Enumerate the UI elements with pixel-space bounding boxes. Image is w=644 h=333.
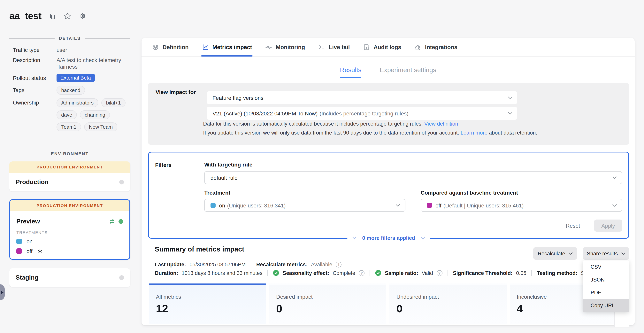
treatment-on-swatch — [16, 239, 22, 244]
treatment-value: on — [219, 202, 225, 208]
tab-definition[interactable]: Definition — [152, 38, 189, 56]
default-asterisk-icon — [38, 248, 43, 254]
production-env-banner: PRODUCTION ENVIRONMENT — [10, 200, 130, 211]
tab-metrics-impact[interactable]: Metrics impact — [202, 38, 252, 56]
version-info-text: Data for this version is automatically c… — [203, 121, 423, 127]
recalc-metrics-value: Available — [311, 262, 332, 267]
baseline-dropdown[interactable]: off (Default | Unique users: 315,461) — [421, 199, 622, 212]
subtab-experiment-settings[interactable]: Experiment settings — [380, 66, 436, 74]
production-env-banner: PRODUCTION ENVIRONMENT — [9, 162, 130, 173]
learn-more-link[interactable]: Learn more — [460, 130, 488, 136]
description-value: A/A test to check telemetry "fairness" — [56, 57, 132, 70]
env-card-staging[interactable]: Staging — [9, 268, 130, 287]
summary-heading: Summary of metrics impact — [155, 245, 244, 254]
recalculate-button[interactable]: Recalculate — [533, 247, 577, 260]
version-value: V21 (Active) (10/03/2022 04:59PM To Now) — [212, 110, 318, 116]
tag-chip[interactable]: backend — [56, 86, 85, 95]
chevron-down-icon — [421, 237, 425, 240]
help-icon[interactable]: ? — [436, 270, 442, 276]
impact-source-dropdown[interactable]: Feature flag versions — [206, 91, 517, 104]
tab-label: Metrics impact — [212, 44, 252, 50]
more-filters-label: 0 more filters applied — [362, 235, 415, 241]
sidebar-expand-handle[interactable] — [0, 284, 5, 300]
detail-row-traffic-type: Traffic type user — [9, 47, 132, 54]
metric-card-label: All metrics — [156, 294, 266, 300]
results-subtabs: Results Experiment settings — [142, 66, 635, 74]
duration-label: Duration: — [155, 270, 178, 276]
detail-row-tags: Tags backend — [9, 86, 132, 95]
baseline-note: (Default | Unique users: 315,461) — [444, 202, 524, 208]
duration-value: 1013 days 8 hours and 33 minutes — [182, 270, 262, 276]
env-name-staging: Staging — [16, 274, 38, 281]
menu-item-csv[interactable]: CSV — [583, 260, 629, 273]
tab-audit-logs[interactable]: Audit logs — [363, 38, 401, 56]
last-update-value: 05/30/2025 03:57:06PM — [190, 262, 246, 267]
swap-arrows-icon[interactable] — [109, 218, 115, 224]
star-icon[interactable] — [64, 12, 72, 20]
more-filters-toggle[interactable]: 0 more filters applied — [347, 234, 430, 242]
tab-integrations[interactable]: Integrations — [414, 38, 457, 56]
apply-button[interactable]: Apply — [594, 220, 622, 232]
metric-card-value: 0 — [276, 302, 386, 315]
status-dot-green — [118, 219, 123, 224]
treatment-off-label: off — [26, 248, 32, 254]
tab-bar: Definition Metrics impact Monitoring Liv… — [142, 38, 635, 56]
chevron-down-icon — [612, 204, 617, 207]
details-divider: DETAILS — [9, 36, 130, 40]
menu-item-json[interactable]: JSON — [583, 273, 629, 286]
version-dropdown[interactable]: V21 (Active) (10/03/2022 04:59PM To Now)… — [206, 107, 517, 120]
metric-card-label: Desired impact — [276, 294, 386, 300]
view-definition-link[interactable]: View definition — [424, 121, 458, 127]
page: aa_test DETAILS Traffic type user Descri… — [0, 0, 644, 333]
filters-label: Filters — [155, 162, 172, 168]
environment-heading: ENVIRONMENT — [51, 151, 88, 156]
significance-label: Significance Threshold: — [453, 270, 513, 276]
owner-chip[interactable]: New Team — [84, 122, 117, 132]
env-card-production[interactable]: PRODUCTION ENVIRONMENT Production — [9, 162, 130, 192]
menu-item-pdf[interactable]: PDF — [583, 286, 629, 299]
version-note: (Includes percentage targeting rules) — [320, 110, 408, 116]
summary-meta-row-1: Last update: 05/30/2025 03:57:06PM Recal… — [155, 261, 626, 268]
env-card-preview[interactable]: PRODUCTION ENVIRONMENT Preview TREATMENT… — [9, 199, 130, 260]
terminal-icon — [318, 44, 325, 51]
rollout-status-label: Rollout status — [9, 74, 56, 82]
sample-ratio-label: Sample ratio: — [385, 270, 418, 276]
metric-card-all-metrics[interactable]: All metrics 12 — [149, 284, 266, 324]
pulse-icon — [265, 44, 272, 51]
divider — [448, 270, 448, 276]
owner-chip[interactable]: bilal+1 — [101, 98, 126, 107]
tab-live-tail[interactable]: Live tail — [318, 38, 350, 56]
metric-card-undesired-impact[interactable]: Undesired impact 0 — [390, 284, 506, 324]
targeting-rule-dropdown[interactable]: default rule — [204, 171, 622, 184]
subtab-results[interactable]: Results — [340, 66, 361, 74]
target-icon — [152, 44, 159, 51]
filters-box: Filters With targeting rule default rule… — [148, 152, 629, 239]
targeting-rule-label: With targeting rule — [204, 162, 252, 168]
gear-icon[interactable] — [79, 12, 87, 20]
owner-chip[interactable]: Team1 — [56, 122, 81, 132]
share-results-button[interactable]: Share results — [583, 247, 629, 260]
traffic-type-label: Traffic type — [9, 47, 56, 54]
owner-chip[interactable]: channing — [80, 110, 110, 119]
significance-value: 0.05 — [516, 270, 526, 276]
tab-monitoring[interactable]: Monitoring — [265, 38, 305, 56]
share-results-menu: CSV JSON PDF Copy URL — [583, 260, 629, 312]
treatment-dropdown[interactable]: on (Unique users: 316,341) — [204, 199, 406, 212]
metric-card-value: 0 — [396, 302, 506, 315]
seasonality-value: Complete — [333, 270, 355, 276]
baseline-value: off — [436, 202, 442, 208]
menu-item-copy-url[interactable]: Copy URL — [583, 299, 629, 312]
recalc-metrics-label: Recalculate metrics: — [256, 262, 308, 267]
owner-chip[interactable]: dave — [56, 110, 77, 119]
view-impact-label: View impact for — [156, 89, 196, 95]
copy-icon[interactable] — [49, 12, 56, 20]
metric-card-desired-impact[interactable]: Desired impact 0 — [269, 284, 386, 324]
line-chart-icon — [202, 44, 209, 51]
reset-button[interactable]: Reset — [564, 222, 582, 229]
baseline-label: Compared against baseline treatment — [421, 190, 518, 196]
divider — [370, 270, 370, 276]
owner-chip[interactable]: Administrators — [56, 98, 98, 107]
help-icon[interactable]: ? — [359, 270, 364, 276]
treatment-row-on: on — [10, 235, 130, 244]
info-icon[interactable]: i — [336, 262, 342, 267]
